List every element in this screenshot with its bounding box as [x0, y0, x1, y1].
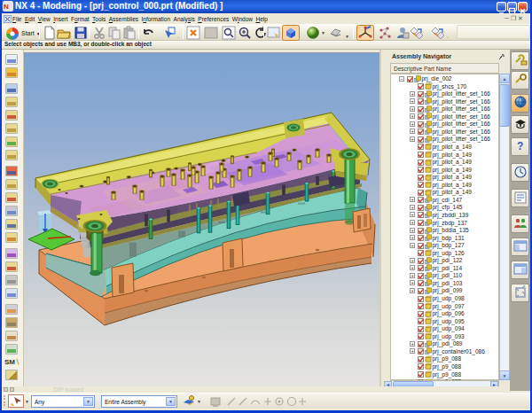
svg-text:N: N — [4, 3, 9, 11]
svg-text:?: ? — [517, 140, 523, 152]
